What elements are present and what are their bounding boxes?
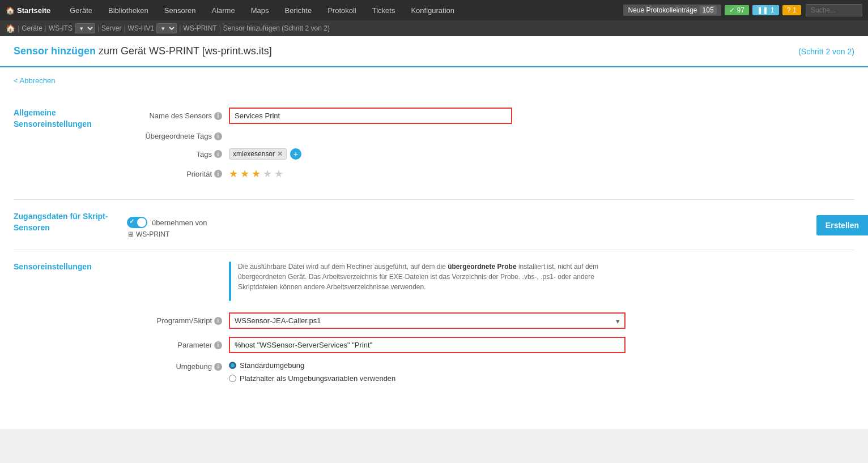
general-settings-title: Allgemeine Sensoreinstellungen	[14, 108, 127, 188]
program-script-info-icon[interactable]: i	[214, 317, 222, 325]
home-icon: 🏠	[6, 6, 15, 15]
environment-radio-1-row: Standardumgebung	[229, 361, 626, 370]
warn-count: 1	[793, 6, 797, 14]
device-icon: 🖥	[127, 230, 134, 238]
sensor-name-control	[229, 108, 626, 124]
home-breadcrumb-icon[interactable]: 🏠	[6, 24, 15, 33]
star-3[interactable]: ★	[252, 168, 261, 180]
warn-badge[interactable]: ? 1	[782, 5, 801, 15]
toggle-label: übernehmen von	[152, 218, 207, 227]
info-box-accent	[229, 261, 231, 301]
environment-label: Umgebung i	[127, 361, 229, 371]
brand-label: Startseite	[17, 6, 50, 15]
nav-alarme[interactable]: Alarme	[203, 0, 242, 20]
program-script-row: Programm/Skript i WSSensor-JEA-Caller.ps…	[127, 312, 854, 329]
breadcrumb-geraete[interactable]: Geräte	[22, 24, 42, 32]
info-box-row: Die ausführbare Datei wird auf dem Rechn…	[229, 261, 854, 301]
check-count: 97	[737, 6, 744, 14]
new-entries-count: 105	[700, 6, 717, 15]
star-1[interactable]: ★	[229, 168, 238, 180]
parent-tags-label: Übergeordnete Tags i	[127, 132, 229, 140]
brand-logo[interactable]: 🏠 Startseite	[6, 6, 50, 15]
priority-info-icon[interactable]: i	[214, 170, 222, 178]
environment-radio-standard-label[interactable]: Standardumgebung	[240, 361, 304, 370]
breadcrumb: 🏠 | Geräte | WS-ITS ▾ | Server | WS-HV1 …	[0, 20, 868, 36]
search-input[interactable]	[806, 4, 862, 16]
page-title: Sensor hinzügen zum Gerät WS-PRINT [ws-p…	[14, 45, 272, 57]
priority-stars: ★ ★ ★ ★ ★	[229, 168, 626, 180]
credentials-body: ✓ übernehmen von 🖥 WS-PRINT	[127, 211, 854, 238]
new-log-entries-badge[interactable]: Neue Protokolleinträge 105	[623, 5, 721, 16]
environment-radio-placeholder-label[interactable]: Platzhalter als Umgebungsvariablen verwe…	[240, 374, 395, 383]
toggle-switch[interactable]: ✓	[127, 217, 147, 228]
tags-info-icon[interactable]: i	[214, 150, 222, 158]
nav-geraete[interactable]: Geräte	[62, 0, 100, 20]
parent-tags-row: Übergeordnete Tags i	[127, 132, 854, 140]
breadcrumb-ws-hv1[interactable]: WS-HV1	[128, 24, 155, 32]
parameter-info-icon[interactable]: i	[214, 341, 222, 349]
sensor-name-input[interactable]	[229, 108, 512, 124]
cancel-link[interactable]: < Abbrechen	[14, 76, 55, 85]
parameter-control	[229, 337, 626, 353]
environment-control: Standardumgebung Platzhalter als Umgebun…	[229, 361, 626, 387]
parameter-row: Parameter i	[127, 337, 854, 353]
breadcrumb-ws-print[interactable]: WS-PRINT	[183, 24, 216, 32]
breadcrumb-current: Sensor hinzufügen (Schritt 2 von 2)	[223, 24, 330, 32]
erstellen-button[interactable]: Erstellen	[816, 215, 868, 235]
environment-radio-placeholder[interactable]	[229, 375, 236, 382]
nav-konfiguration[interactable]: Konfiguration	[403, 0, 462, 20]
check-icon: ✓	[729, 6, 735, 14]
info-badge[interactable]: ❚❚ 1	[752, 5, 779, 15]
parameter-input[interactable]	[229, 337, 626, 353]
step-indicator: (Schritt 2 von 2)	[798, 47, 854, 56]
environment-info-icon[interactable]: i	[214, 363, 222, 371]
nav-tickets[interactable]: Tickets	[364, 0, 403, 20]
parameter-label: Parameter i	[127, 341, 229, 349]
nav-berichte[interactable]: Berichte	[276, 0, 320, 20]
credentials-title: Zugangsdaten für Skript-Sensoren	[14, 211, 127, 238]
toggle-checkmark-icon: ✓	[129, 218, 134, 225]
tags-row: Tags i xmlexesensor ✕ +	[127, 148, 854, 160]
top-navigation: 🏠 Startseite Geräte Bibliotheken Sensore…	[0, 0, 868, 20]
priority-control: ★ ★ ★ ★ ★	[229, 168, 626, 180]
check-badge[interactable]: ✓ 97	[725, 5, 749, 15]
star-5[interactable]: ★	[274, 168, 283, 180]
breadcrumb-ws-hv1-dropdown[interactable]: ▾	[156, 23, 177, 33]
info-text-bold: übergeordnete Probe	[448, 263, 516, 271]
star-4[interactable]: ★	[263, 168, 272, 180]
tag-label: xmlexesensor	[233, 150, 275, 158]
content-area: < Abbrechen Allgemeine Sensoreinstellung…	[0, 67, 868, 429]
general-settings-section: Allgemeine Sensoreinstellungen Name des …	[14, 96, 854, 200]
ws-print-device-link[interactable]: 🖥 WS-PRINT	[127, 230, 854, 238]
nav-protokoll[interactable]: Protokoll	[320, 0, 364, 20]
tag-add-button[interactable]: +	[290, 148, 301, 160]
environment-row: Umgebung i Standardumgebung Platzhalter …	[127, 361, 854, 387]
page-title-highlight: Sensor hinzügen	[14, 45, 96, 57]
new-entries-label: Neue Protokolleinträge	[628, 6, 697, 14]
credentials-section: Zugangsdaten für Skript-Sensoren ✓ übern…	[14, 200, 854, 250]
info-count: 1	[771, 6, 775, 14]
tags-control: xmlexesensor ✕ +	[229, 148, 626, 160]
sensor-name-info-icon[interactable]: i	[214, 112, 222, 120]
program-script-select[interactable]: WSSensor-JEA-Caller.ps1	[229, 312, 626, 329]
info-box: Die ausführbare Datei wird auf dem Rechn…	[238, 261, 623, 292]
general-settings-body: Name des Sensors i Übergeordnete Tags i	[127, 108, 854, 188]
breadcrumb-ws-its[interactable]: WS-ITS	[49, 24, 73, 32]
tag-xmlexesensor: xmlexesensor ✕	[229, 148, 287, 160]
nav-maps[interactable]: Maps	[243, 0, 277, 20]
info-icon-nav: ❚❚	[757, 6, 768, 14]
sensor-settings-inner: Sensoreinstellungen Die ausführbare Date…	[14, 261, 854, 395]
environment-radio-2-row: Platzhalter als Umgebungsvariablen verwe…	[229, 374, 626, 383]
environment-radio-standard[interactable]	[229, 362, 236, 369]
sensor-name-label: Name des Sensors i	[127, 112, 229, 120]
breadcrumb-ws-its-dropdown[interactable]: ▾	[75, 23, 95, 33]
parent-tags-info-icon[interactable]: i	[214, 132, 222, 140]
program-script-control: WSSensor-JEA-Caller.ps1	[229, 312, 626, 329]
tag-remove-icon[interactable]: ✕	[277, 150, 283, 158]
warn-icon: ?	[787, 6, 791, 14]
star-2[interactable]: ★	[240, 168, 249, 180]
program-script-select-wrapper: WSSensor-JEA-Caller.ps1	[229, 312, 626, 329]
nav-sensoren[interactable]: Sensoren	[156, 0, 204, 20]
nav-bibliotheken[interactable]: Bibliotheken	[100, 0, 156, 20]
breadcrumb-server[interactable]: Server	[101, 24, 121, 32]
